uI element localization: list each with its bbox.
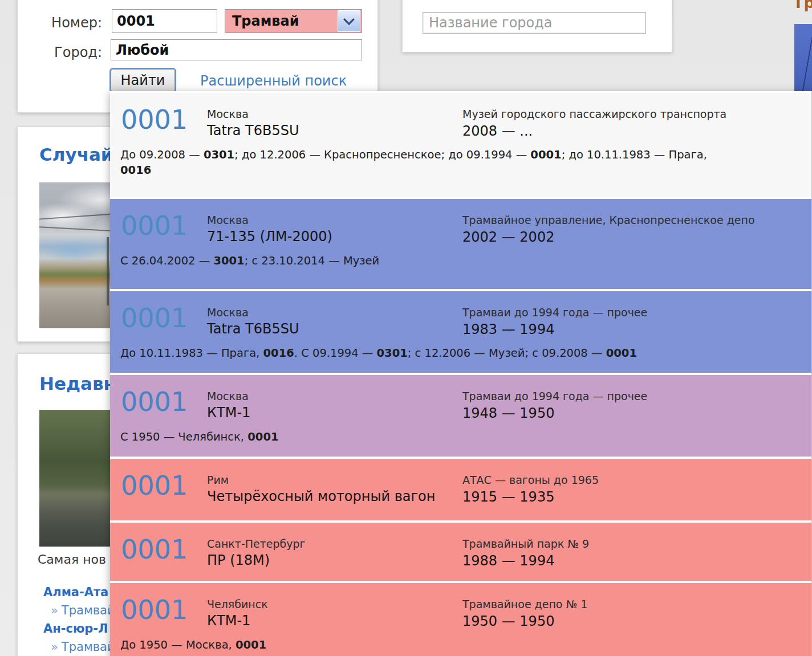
result-row-main: 0001 Рим Четырёхосный моторный вагон АТА… bbox=[110, 459, 811, 505]
vehicle-city: Санкт-Петербург bbox=[207, 536, 462, 550]
result-row[interactable]: 0001 Москва КТМ-1 Трамваи до 1994 года —… bbox=[110, 375, 811, 457]
vehicle-city: Москва bbox=[207, 389, 462, 402]
find-button[interactable]: Найти bbox=[111, 69, 175, 92]
vehicle-depot: Трамвайный парк № 9 bbox=[462, 536, 811, 550]
vehicle-type-link-line: »Трамвай bbox=[43, 638, 115, 656]
pole bbox=[107, 237, 109, 305]
result-row[interactable]: 0001 Москва Tatra T6B5SU Трамваи до 1994… bbox=[110, 291, 811, 373]
result-row-main: 0001 Москва 71-135 (ЛМ-2000) Трамвайное … bbox=[110, 199, 811, 245]
vehicle-place: Москва КТМ-1 bbox=[207, 389, 462, 421]
vehicle-years: 1988 — 1994 bbox=[462, 553, 811, 569]
search-results-dropdown: 0001 Москва Tatra T6B5SU Музей городског… bbox=[110, 91, 812, 656]
vehicle-number: 0001 bbox=[110, 597, 207, 629]
recent-caption: Самая нов bbox=[38, 552, 106, 567]
page: { "search_form": { "number_label": "Номе… bbox=[0, 0, 812, 656]
vehicle-years: 1948 — 1950 bbox=[462, 405, 811, 421]
vehicle-number: 0001 bbox=[110, 536, 207, 569]
vehicle-model: ПР (18М) bbox=[207, 552, 462, 568]
vehicle-place: Москва Tatra T6B5SU bbox=[207, 305, 462, 337]
vehicle-model: Tatra T6B5SU bbox=[207, 321, 462, 337]
vehicle-service: АТАС — вагоны до 1965 1915 — 1935 bbox=[462, 472, 811, 505]
number-input[interactable] bbox=[112, 9, 217, 33]
number-label: Номер: bbox=[18, 15, 102, 31]
vehicle-history-note: С 26.04.2002 — 3001; с 23.10.2014 — Музе… bbox=[110, 245, 811, 268]
result-row[interactable]: 0001 Рим Четырёхосный моторный вагон АТА… bbox=[110, 459, 811, 520]
vehicle-service: Трамвайное депо № 1 1950 — 1950 bbox=[462, 597, 811, 629]
city-search-input[interactable] bbox=[423, 12, 646, 34]
vehicle-years: 2008 — ... bbox=[462, 123, 811, 139]
vehicle-history-note: До 1950 — Москва, 0001 bbox=[110, 629, 811, 653]
result-row[interactable]: 0001 Челябинск КТМ-1 Трамвайное депо № 1… bbox=[110, 583, 811, 656]
vehicle-number: 0001 bbox=[110, 305, 207, 337]
vehicle-model: КТМ-1 bbox=[207, 613, 462, 629]
vehicle-service: Трамваи до 1994 года — прочее 1948 — 195… bbox=[462, 389, 811, 421]
vehicle-history-note: До 10.11.1983 — Прага, 0016. С 09.1994 —… bbox=[110, 337, 811, 361]
result-row-main: 0001 Санкт-Петербург ПР (18М) Трамвайный… bbox=[110, 523, 811, 569]
vehicle-history-note: До 09.2008 — 0301; до 12.2006 — Краснопр… bbox=[110, 139, 811, 178]
vehicle-service: Музей городского пассажирского транспорт… bbox=[462, 107, 811, 139]
city-search-card bbox=[402, 0, 672, 52]
advanced-search-link[interactable]: Расширенный поиск bbox=[200, 73, 347, 89]
vehicle-type-select[interactable]: Трамвай bbox=[225, 9, 362, 33]
double-arrow-icon: » bbox=[51, 640, 58, 654]
vehicle-depot: АТАС — вагоны до 1965 bbox=[462, 472, 811, 486]
vehicle-place: Рим Четырёхосный моторный вагон bbox=[207, 472, 462, 505]
result-row[interactable]: 0001 Москва Tatra T6B5SU Музей городског… bbox=[110, 93, 811, 197]
vehicle-service: Трамваи до 1994 года — прочее 1983 — 199… bbox=[462, 305, 811, 337]
vehicle-years: 1983 — 1994 bbox=[462, 321, 811, 337]
vehicle-type-link-line: »Трамвай bbox=[43, 601, 115, 620]
vehicle-depot: Трамваи до 1994 года — прочее bbox=[462, 389, 811, 402]
vehicle-city: Москва bbox=[207, 107, 462, 120]
city-link[interactable]: Ан-сюр-Л bbox=[43, 620, 115, 638]
vehicle-service: Трамвайный парк № 9 1988 — 1994 bbox=[462, 536, 811, 569]
vehicle-city: Москва bbox=[207, 305, 462, 319]
vehicle-number: 0001 bbox=[110, 213, 207, 245]
vehicle-place: Москва 71-135 (ЛМ-2000) bbox=[207, 213, 462, 245]
vehicle-years: 1950 — 1950 bbox=[462, 613, 811, 629]
vehicle-years: 2002 — 2002 bbox=[462, 229, 811, 245]
result-row-main: 0001 Москва Tatra T6B5SU Музей городског… bbox=[110, 93, 811, 139]
tram-link[interactable]: Трамвай bbox=[62, 604, 115, 617]
vehicle-type-value: Трамвай bbox=[225, 13, 338, 29]
vehicle-years: 1915 — 1935 bbox=[462, 489, 811, 505]
vehicle-history-note: С 1950 — Челябинск, 0001 bbox=[110, 421, 811, 445]
vehicle-model: Tatra T6B5SU bbox=[207, 123, 462, 138]
result-row-main: 0001 Москва Tatra T6B5SU Трамваи до 1994… bbox=[110, 291, 811, 337]
result-row[interactable]: 0001 Москва 71-135 (ЛМ-2000) Трамвайное … bbox=[110, 199, 811, 289]
vehicle-depot: Музей городского пассажирского транспорт… bbox=[462, 107, 811, 120]
city-link[interactable]: Алма-Ата bbox=[43, 583, 115, 601]
vehicle-number: 0001 bbox=[110, 107, 207, 139]
select-dropdown-button[interactable] bbox=[338, 10, 360, 32]
vehicle-model: Четырёхосный моторный вагон bbox=[207, 488, 462, 504]
vehicle-model: КТМ-1 bbox=[207, 405, 462, 421]
vehicle-model: 71-135 (ЛМ-2000) bbox=[207, 229, 462, 245]
vehicle-city: Челябинск bbox=[207, 597, 462, 610]
city-label: Город: bbox=[18, 44, 102, 60]
vehicle-depot: Трамвайное управление, Краснопресненское… bbox=[462, 213, 811, 226]
double-arrow-icon: » bbox=[51, 604, 58, 617]
vehicle-number: 0001 bbox=[110, 472, 207, 505]
chevron-down-icon bbox=[343, 14, 355, 25]
vehicle-city: Рим bbox=[207, 472, 462, 486]
result-row-main: 0001 Челябинск КТМ-1 Трамвайное депо № 1… bbox=[110, 583, 811, 629]
result-row-main: 0001 Москва КТМ-1 Трамваи до 1994 года —… bbox=[110, 375, 811, 421]
vehicle-place: Челябинск КТМ-1 bbox=[207, 597, 462, 629]
vehicle-place: Москва Tatra T6B5SU bbox=[207, 107, 462, 139]
tram-link[interactable]: Трамвай bbox=[62, 640, 115, 654]
result-row[interactable]: 0001 Санкт-Петербург ПР (18М) Трамвайный… bbox=[110, 523, 811, 581]
vehicle-depot: Трамвайное депо № 1 bbox=[462, 597, 811, 610]
city-input[interactable] bbox=[111, 39, 362, 60]
site-logo-fragment: Тр bbox=[793, 0, 812, 11]
city-links-list: Алма-Ата »Трамвай Ан-сюр-Л »Трамвай bbox=[43, 583, 115, 656]
vehicle-depot: Трамваи до 1994 года — прочее bbox=[462, 305, 811, 319]
vehicle-number: 0001 bbox=[110, 389, 207, 421]
results-list: 0001 Москва Tatra T6B5SU Музей городског… bbox=[110, 93, 811, 656]
vehicle-place: Санкт-Петербург ПР (18М) bbox=[207, 536, 462, 569]
vehicle-city: Москва bbox=[207, 213, 462, 226]
vehicle-service: Трамвайное управление, Краснопресненское… bbox=[462, 213, 811, 245]
